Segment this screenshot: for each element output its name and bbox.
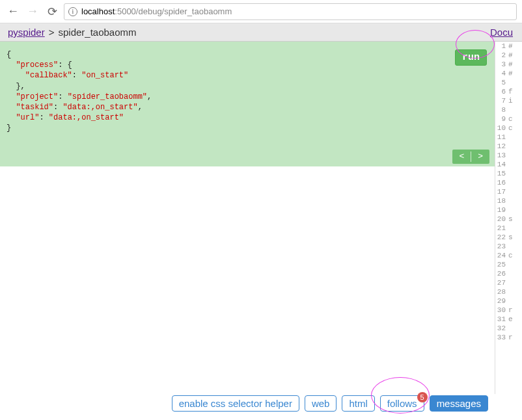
follows-count-badge: 5 [417,392,428,402]
run-button[interactable]: run [455,49,487,66]
code-line: 28 [495,287,522,296]
follows-tab[interactable]: follows 5 [380,395,424,412]
breadcrumb-current: spider_taobaomm [58,27,136,38]
task-panel: { "process": { "callback": "on_start" },… [0,42,495,394]
code-line: 18 [495,196,522,205]
code-line: 19 [495,205,522,215]
url-host: localhost:5000/debug/spider_taobaomm [81,7,232,16]
code-line: 13 [495,151,522,160]
reload-button[interactable]: ⟳ [44,4,60,20]
docs-link[interactable]: Docu [490,27,514,38]
code-line: 4# [495,69,522,78]
css-selector-helper-button[interactable]: enable css selector helper [172,395,299,412]
code-line: 6f [495,87,522,96]
code-line: 25 [495,260,522,269]
code-line: 26 [495,269,522,278]
code-line: 2# [495,51,522,60]
code-line: 3# [495,60,522,69]
code-line: 22s [495,233,522,242]
code-line: 11 [495,133,522,142]
breadcrumb-root[interactable]: pyspider [8,27,45,38]
breadcrumb: pyspider > spider_taobaomm Docu [0,23,522,42]
code-line: 32 [495,324,522,333]
breadcrumb-separator: > [49,27,55,38]
code-line: 21 [495,224,522,233]
code-editor-gutter: 1#2#3#4#56f7i89c10c11121314151617181920s… [495,42,522,394]
task-pager: < > [452,150,489,164]
code-line: 14 [495,160,522,169]
code-line: 30r [495,306,522,315]
code-line: 16 [495,178,522,187]
browser-toolbar: ← → ⟳ i localhost:5000/debug/spider_taob… [0,0,522,23]
code-line: 33r [495,333,522,342]
code-line: 15 [495,169,522,178]
main-content: { "process": { "callback": "on_start" },… [0,42,522,394]
code-line: 24c [495,251,522,260]
code-line: 17 [495,187,522,196]
url-bar[interactable]: i localhost:5000/debug/spider_taobaomm [64,3,517,20]
code-line: 7i [495,96,522,105]
code-line: 29 [495,296,522,306]
task-json[interactable]: { "process": { "callback": "on_start" },… [0,42,495,166]
code-line: 9c [495,114,522,124]
code-line: 20s [495,215,522,224]
web-tab[interactable]: web [305,395,337,412]
code-line: 5 [495,78,522,87]
prev-task-button[interactable]: < [452,150,471,164]
result-tabs: enable css selector helper web html foll… [0,390,495,416]
site-info-icon[interactable]: i [68,7,77,16]
code-line: 23 [495,242,522,251]
back-button[interactable]: ← [5,4,21,20]
code-line: 27 [495,278,522,287]
follows-label: follows [387,398,417,409]
code-line: 10c [495,124,522,133]
messages-tab[interactable]: messages [430,395,488,412]
code-line: 1# [495,42,522,51]
forward-button[interactable]: → [25,4,40,20]
html-tab[interactable]: html [342,395,374,412]
code-line: 12 [495,142,522,151]
code-line: 8 [495,105,522,114]
next-task-button[interactable]: > [471,150,489,164]
code-line: 31e [495,315,522,324]
